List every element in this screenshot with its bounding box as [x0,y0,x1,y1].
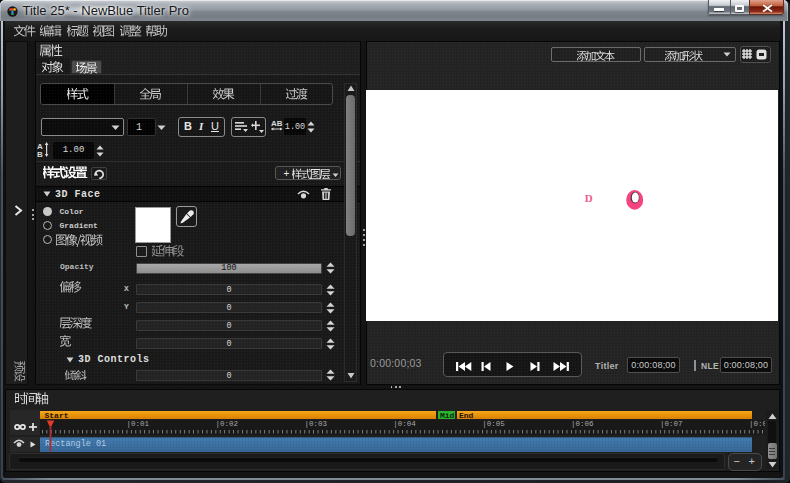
svg-text:AB: AB [271,119,283,128]
svg-text:B: B [37,150,43,157]
